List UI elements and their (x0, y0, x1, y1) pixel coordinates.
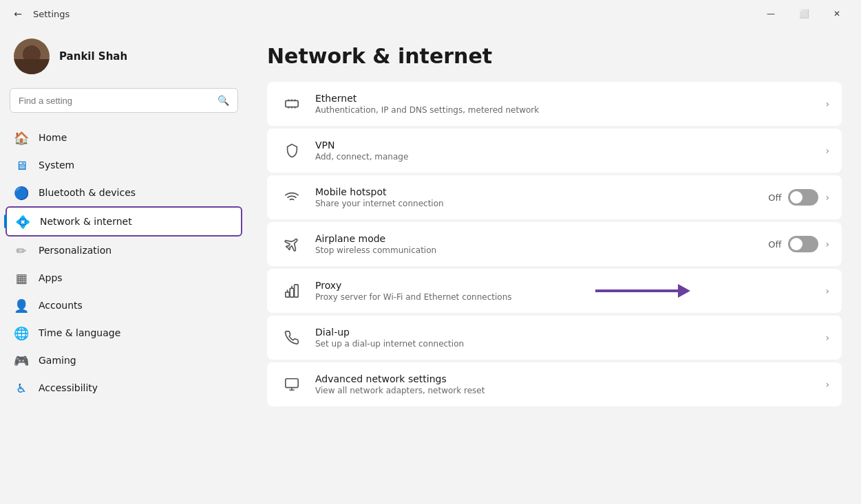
ethernet-icon (279, 91, 304, 116)
setting-advanced[interactable]: Advanced network settingsView all networ… (267, 362, 842, 406)
sidebar-item-accounts[interactable]: 👤Accounts (6, 292, 242, 319)
maximize-button[interactable]: ⬜ (788, 3, 820, 25)
svg-rect-4 (286, 379, 298, 388)
sidebar-item-label-accounts: Accounts (39, 300, 83, 311)
toggle-mobile-hotspot[interactable] (788, 189, 818, 206)
advanced-icon (279, 372, 304, 397)
setting-name-proxy: Proxy (315, 280, 825, 291)
sidebar-item-network[interactable]: 💠Network & internet (6, 206, 242, 237)
sidebar-item-gaming[interactable]: 🎮Gaming (6, 347, 242, 374)
svg-rect-3 (295, 285, 299, 297)
sidebar-item-label-network: Network & internet (40, 216, 132, 227)
chevron-advanced: › (825, 379, 829, 390)
chevron-vpn: › (825, 145, 829, 156)
sidebar-item-label-home: Home (39, 132, 67, 143)
sidebar-item-accessibility[interactable]: ♿Accessibility (6, 374, 242, 402)
nav-list: 🏠Home🖥System🔵Bluetooth & devices💠Network… (0, 121, 248, 504)
sidebar: Pankil Shah 🔍 🏠Home🖥System🔵Bluetooth & d… (0, 28, 248, 504)
sidebar-item-apps[interactable]: ▦Apps (6, 264, 242, 292)
bluetooth-icon: 🔵 (14, 185, 29, 200)
sidebar-item-label-time: Time & language (39, 327, 120, 338)
sidebar-item-label-gaming: Gaming (39, 355, 76, 366)
personalization-icon: ✏️ (14, 243, 29, 258)
setting-desc-proxy: Proxy server for Wi-Fi and Ethernet conn… (315, 292, 825, 302)
time-icon: 🌐 (14, 325, 29, 340)
sidebar-item-label-accessibility: Accessibility (39, 382, 98, 393)
chevron-mobile-hotspot: › (825, 192, 829, 203)
sidebar-item-personalization[interactable]: ✏️Personalization (6, 237, 242, 264)
user-name: Pankil Shah (59, 50, 127, 63)
content-area: Network & internet EthernetAuthenticatio… (248, 28, 861, 504)
search-container: 🔍 (0, 88, 248, 121)
settings-list: EthernetAuthentication, IP and DNS setti… (267, 82, 842, 406)
sidebar-item-system[interactable]: 🖥System (6, 151, 242, 179)
sidebar-item-label-system: System (39, 160, 74, 171)
setting-desc-vpn: Add, connect, manage (315, 152, 825, 162)
active-indicator (4, 215, 7, 228)
proxy-icon (279, 278, 304, 303)
setting-desc-mobile-hotspot: Share your internet connection (315, 199, 768, 208)
system-icon: 🖥 (14, 157, 29, 173)
sidebar-item-label-apps: Apps (39, 272, 63, 283)
search-input[interactable] (19, 96, 212, 106)
mobile-hotspot-icon (279, 185, 304, 210)
sidebar-item-home[interactable]: 🏠Home (6, 124, 242, 151)
network-icon: 💠 (15, 214, 30, 229)
toggle-airplane-mode[interactable] (788, 236, 818, 252)
setting-name-advanced: Advanced network settings (315, 373, 825, 384)
svg-rect-2 (290, 288, 294, 297)
home-icon: 🏠 (14, 130, 29, 145)
chevron-ethernet: › (825, 98, 829, 109)
chevron-dialup: › (825, 332, 829, 343)
setting-name-ethernet: Ethernet (315, 93, 825, 104)
dialup-icon (279, 325, 304, 350)
gaming-icon: 🎮 (14, 353, 29, 368)
toggle-label-mobile-hotspot: Off (768, 193, 781, 203)
titlebar: ← Settings — ⬜ ✕ (0, 0, 861, 28)
back-button[interactable]: ← (8, 4, 28, 23)
airplane-mode-icon (279, 232, 304, 256)
setting-desc-airplane-mode: Stop wireless communication (315, 245, 768, 255)
page-title: Network & internet (267, 44, 842, 68)
setting-desc-dialup: Set up a dial-up internet connection (315, 339, 825, 349)
sidebar-item-label-personalization: Personalization (39, 245, 111, 256)
setting-name-dialup: Dial-up (315, 327, 825, 338)
apps-icon: ▦ (14, 270, 29, 285)
chevron-proxy: › (825, 285, 829, 296)
setting-proxy[interactable]: ProxyProxy server for Wi-Fi and Ethernet… (267, 269, 842, 313)
setting-name-mobile-hotspot: Mobile hotspot (315, 186, 768, 197)
minimize-button[interactable]: — (755, 3, 787, 25)
setting-dialup[interactable]: Dial-upSet up a dial-up internet connect… (267, 316, 842, 360)
accessibility-icon: ♿ (14, 380, 29, 395)
setting-desc-ethernet: Authentication, IP and DNS settings, met… (315, 105, 825, 115)
sidebar-item-label-bluetooth: Bluetooth & devices (39, 187, 136, 198)
setting-mobile-hotspot[interactable]: Mobile hotspotShare your internet connec… (267, 175, 842, 219)
setting-name-airplane-mode: Airplane mode (315, 233, 768, 244)
avatar (14, 39, 50, 74)
svg-rect-0 (286, 100, 298, 107)
toggle-label-airplane-mode: Off (768, 239, 781, 250)
sidebar-item-bluetooth[interactable]: 🔵Bluetooth & devices (6, 179, 242, 206)
sidebar-item-time[interactable]: 🌐Time & language (6, 319, 242, 347)
close-button[interactable]: ✕ (821, 3, 853, 25)
setting-desc-advanced: View all network adapters, network reset (315, 386, 825, 395)
vpn-icon (279, 138, 304, 163)
search-icon: 🔍 (217, 95, 229, 106)
chevron-airplane-mode: › (825, 239, 829, 250)
user-profile[interactable]: Pankil Shah (0, 28, 248, 88)
setting-name-vpn: VPN (315, 140, 825, 151)
search-box[interactable]: 🔍 (10, 88, 238, 113)
setting-vpn[interactable]: VPNAdd, connect, manage› (267, 129, 842, 173)
setting-ethernet[interactable]: EthernetAuthentication, IP and DNS setti… (267, 82, 842, 126)
window-controls: — ⬜ ✕ (755, 3, 853, 25)
setting-airplane-mode[interactable]: Airplane modeStop wireless communication… (267, 222, 842, 266)
accounts-icon: 👤 (14, 298, 29, 313)
main-layout: Pankil Shah 🔍 🏠Home🖥System🔵Bluetooth & d… (0, 28, 861, 504)
svg-rect-1 (286, 292, 290, 297)
app-title: Settings (33, 9, 755, 19)
